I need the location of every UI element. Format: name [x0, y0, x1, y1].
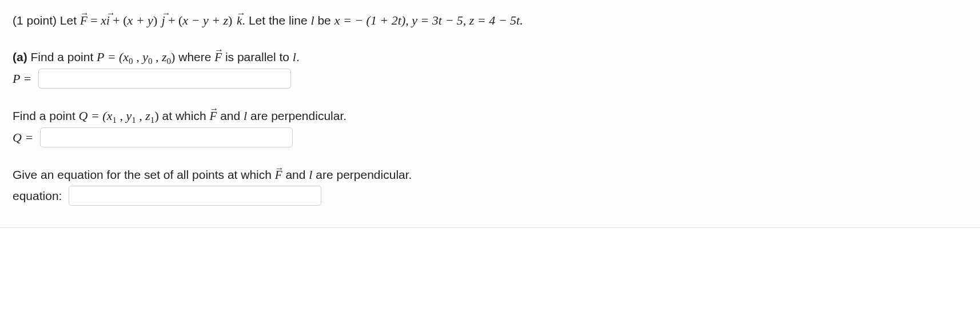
arrow-icon: → — [237, 6, 242, 21]
vector-i: →i — [106, 11, 110, 31]
P-input[interactable] — [38, 69, 291, 89]
Q-input[interactable] — [40, 127, 293, 147]
part-equation: Give an equation for the set of all poin… — [13, 165, 967, 206]
vector-F: →F — [80, 11, 87, 31]
points-label: (1 point) Let — [13, 14, 80, 27]
arrow-icon: → — [162, 6, 165, 21]
arrow-icon: → — [209, 102, 217, 116]
arrow-icon: → — [275, 161, 282, 175]
P-input-label: P = — [13, 71, 31, 86]
vector-F: →F — [275, 166, 282, 185]
vector-F: →F — [214, 48, 222, 67]
arrow-icon: → — [214, 43, 222, 57]
part-a: (a) Find a point P = (x0 , y0 , z0) wher… — [13, 47, 967, 89]
problem-container: (1 point) Let →F = x→i + (x + y) →j + (x… — [0, 0, 980, 228]
equation-input[interactable] — [69, 186, 321, 206]
vector-F: →F — [209, 107, 217, 126]
problem-statement: (1 point) Let →F = x→i + (x + y) →j + (x… — [13, 10, 967, 31]
vector-j: →j — [162, 11, 165, 31]
Q-input-label: Q = — [13, 130, 33, 145]
part-a-label: (a) — [13, 50, 27, 63]
equation-input-label: equation: — [13, 189, 62, 202]
arrow-icon: → — [106, 6, 110, 21]
vector-k: →k — [237, 11, 242, 31]
line-equation: x = − (1 + 2t), y = 3t − 5, z = 4 − 5t. — [334, 13, 523, 27]
arrow-icon: → — [80, 6, 87, 21]
part-q: Find a point Q = (x1 , y1 , z1) at which… — [13, 106, 967, 147]
